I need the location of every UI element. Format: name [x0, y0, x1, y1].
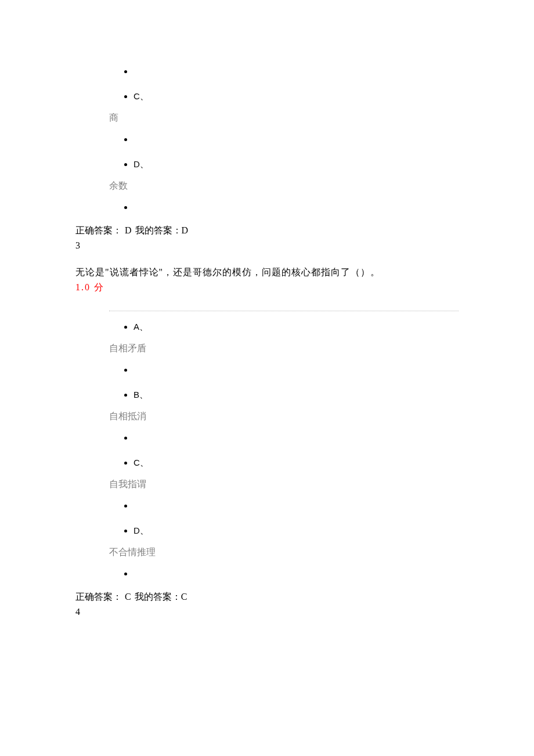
option-list: C、: [109, 58, 459, 107]
prev-answer-line: 正确答案： D 我的答案：D: [75, 224, 459, 237]
bullet-spacer: [134, 126, 459, 153]
my-answer-value: C: [181, 592, 188, 602]
bullet-spacer: [134, 424, 459, 452]
option-label-d: D、: [134, 520, 459, 542]
prev-question-options: C、 商 D、 余数: [109, 58, 459, 221]
option-list: A、: [109, 316, 459, 339]
my-answer-label: 我的答案：: [135, 592, 181, 602]
bullet-spacer: [134, 560, 459, 588]
question-3-score: 1.0 分: [75, 280, 459, 294]
bullet-spacer: [134, 194, 459, 221]
correct-answer-label: 正确答案：: [75, 592, 122, 602]
correct-answer-label: 正确答案：: [75, 225, 122, 235]
my-answer-value: D: [182, 225, 189, 235]
my-answer-label: 我的答案：: [135, 225, 182, 235]
bullet-spacer: [134, 492, 459, 520]
correct-answer-value: C: [125, 592, 132, 602]
option-text-c: 商: [109, 111, 459, 125]
question-number-3: 3: [75, 239, 459, 253]
option-text-d: 余数: [109, 179, 459, 193]
option-list: [109, 194, 459, 221]
option-label-b: B、: [134, 384, 459, 406]
option-list: C、: [109, 424, 459, 474]
option-list: B、: [109, 357, 459, 406]
option-label-a: A、: [134, 316, 459, 339]
option-list: [109, 560, 459, 588]
option-text-a: 自相矛盾: [109, 341, 459, 355]
question-number-4: 4: [75, 605, 459, 619]
bullet-spacer: [134, 357, 459, 384]
option-label-c: C、: [134, 452, 459, 474]
option-label-c: C、: [134, 85, 459, 108]
option-text-c: 自我指谓: [109, 477, 459, 491]
option-list: D、: [109, 492, 459, 542]
option-text-b: 自相抵消: [109, 409, 459, 423]
question-3-text: 无论是"说谎者悖论"，还是哥德尔的模仿，问题的核心都指向了（）。: [75, 265, 459, 279]
bullet-spacer: [134, 58, 459, 85]
divider: [109, 311, 459, 311]
option-label-d: D、: [134, 153, 459, 176]
q3-answer-line: 正确答案： C 我的答案：C: [75, 590, 459, 604]
question-3-options: A、 自相矛盾 B、 自相抵消 C、 自我指谓 D、 不合情推理: [109, 311, 459, 588]
option-list: D、: [109, 126, 459, 175]
option-text-d: 不合情推理: [109, 545, 459, 559]
correct-answer-value: D: [125, 225, 132, 235]
